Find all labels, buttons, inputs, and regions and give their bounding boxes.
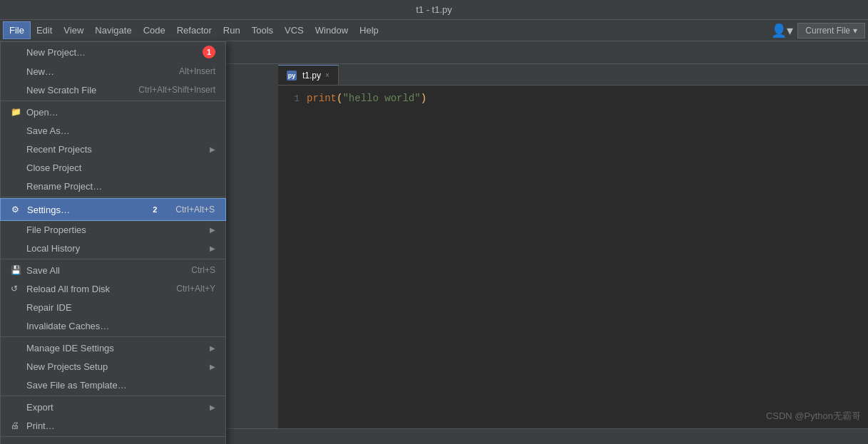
menu-new-project[interactable]: New Project… 1 — [1, 42, 225, 62]
title-bar: t1 - t1.py — [0, 0, 868, 20]
rename-label: Rename Project… — [26, 181, 215, 192]
local-history-arrow: ▶ — [210, 244, 215, 252]
menu-close-project[interactable]: Close Project — [1, 158, 225, 177]
settings-icon: ⚙ — [11, 205, 24, 215]
tab-t1py[interactable]: py t1.py × — [278, 65, 339, 85]
menu-label-refactor: Refactor — [177, 25, 212, 36]
new-projects-setup-label: New Projects Setup — [26, 361, 205, 372]
close-project-label: Close Project — [26, 162, 215, 173]
py-file-icon: py — [287, 71, 297, 81]
code-content-1: print("hello world") — [307, 93, 427, 104]
menu-local-history[interactable]: Local History ▶ — [1, 239, 225, 257]
new-label: New… — [26, 66, 165, 77]
new-shortcut: Alt+Insert — [179, 66, 215, 76]
menu-open[interactable]: 📁 Open… — [1, 103, 225, 121]
recent-label: Recent Projects — [26, 144, 205, 155]
menu-label-navigate: Navigate — [95, 25, 131, 36]
file-props-arrow: ▶ — [210, 226, 215, 234]
current-file-chevron: ▾ — [853, 26, 857, 36]
menu-item-tools[interactable]: Tools — [246, 22, 279, 38]
close-paren: ) — [421, 93, 427, 104]
menu-item-view[interactable]: View — [58, 22, 89, 38]
tab-bar: py t1.py × — [278, 64, 868, 86]
menu-item-window[interactable]: Window — [310, 22, 354, 38]
menu-save-all[interactable]: 💾 Save All Ctrl+S — [1, 261, 225, 279]
menu-new-scratch-file[interactable]: New Scratch File Ctrl+Alt+Shift+Insert — [1, 81, 225, 99]
menu-invalidate-caches[interactable]: Invalidate Caches… — [1, 316, 225, 335]
separator-4 — [1, 336, 225, 337]
repair-label: Repair IDE — [26, 302, 215, 313]
invalidate-label: Invalidate Caches… — [26, 321, 215, 331]
badge-1: 1 — [203, 46, 215, 58]
menu-settings[interactable]: ⚙ Settings… 2 Ctrl+Alt+S — [1, 199, 225, 220]
menu-item-refactor[interactable]: Refactor — [171, 22, 218, 38]
reload-shortcut: Ctrl+Alt+Y — [176, 284, 215, 294]
menu-label-file: File — [9, 25, 24, 36]
open-icon: 📁 — [11, 107, 24, 117]
menu-reload-all[interactable]: ↺ Reload All from Disk Ctrl+Alt+Y — [1, 279, 225, 298]
separator-3 — [1, 259, 225, 259]
menu-save-file-as-template[interactable]: Save File as Template… — [1, 376, 225, 394]
tab-filename: t1.py — [302, 71, 321, 81]
menu-item-file[interactable]: File — [3, 21, 31, 39]
menu-bar-right: 👤▾ Current File ▾ — [771, 23, 865, 38]
menu-label-edit: Edit — [36, 25, 52, 36]
reload-icon: ↺ — [11, 284, 24, 294]
current-file-label: Current File — [805, 26, 850, 36]
menu-label-view: View — [63, 25, 83, 36]
menu-new[interactable]: New… Alt+Insert — [1, 62, 225, 81]
open-label: Open… — [26, 107, 215, 118]
menu-item-edit[interactable]: Edit — [31, 22, 58, 38]
menu-label-help: Help — [359, 25, 379, 36]
settings-label: Settings… — [27, 205, 144, 215]
menu-label-run: Run — [223, 25, 240, 36]
save-as-label: Save As… — [26, 125, 215, 136]
menu-print[interactable]: 🖨 Print… — [1, 416, 225, 435]
manage-ide-label: Manage IDE Settings — [26, 343, 205, 353]
code-line-1: 1 print("hello world") — [278, 93, 868, 104]
menu-file-properties[interactable]: File Properties ▶ — [1, 220, 225, 239]
new-project-label: New Project… — [26, 47, 198, 58]
avatar-button[interactable]: 👤▾ — [771, 23, 793, 38]
menu-repair-ide[interactable]: Repair IDE — [1, 298, 225, 316]
menu-rename-project[interactable]: Rename Project… — [1, 177, 225, 195]
export-label: Export — [26, 402, 205, 413]
print-icon: 🖨 — [11, 420, 24, 430]
string-hello-world: "hello world" — [342, 93, 420, 104]
menu-item-vcs[interactable]: VCS — [279, 22, 310, 38]
new-projects-setup-arrow: ▶ — [210, 363, 215, 371]
menu-manage-ide-settings[interactable]: Manage IDE Settings ▶ — [1, 339, 225, 357]
menu-export[interactable]: Export ▶ — [1, 398, 225, 416]
editor-area[interactable]: 1 print("hello world") — [278, 86, 868, 444]
settings-shortcut: Ctrl+Alt+S — [175, 205, 215, 215]
menu-label-code: Code — [143, 25, 165, 36]
new-scratch-label: New Scratch File — [26, 85, 124, 95]
window-title: t1 - t1.py — [416, 4, 452, 15]
menu-item-help[interactable]: Help — [354, 22, 384, 38]
reload-label: Reload All from Disk — [26, 284, 162, 294]
recent-arrow: ▶ — [210, 145, 215, 153]
current-file-button[interactable]: Current File ▾ — [797, 23, 865, 38]
keyword-print: print — [307, 93, 337, 104]
badge-2: 2 — [148, 203, 161, 216]
menu-new-projects-setup[interactable]: New Projects Setup ▶ — [1, 357, 225, 376]
menu-power-save-mode[interactable]: Power Save Mode — [1, 438, 225, 444]
local-history-label: Local History — [26, 243, 205, 254]
menu-item-code[interactable]: Code — [138, 22, 171, 38]
watermark: CSDN @Python无霸哥 — [766, 410, 861, 423]
save-all-label: Save All — [26, 265, 177, 276]
menu-bar: File Edit View Navigate Code Refactor Ru… — [0, 20, 868, 41]
new-scratch-shortcut: Ctrl+Alt+Shift+Insert — [138, 85, 215, 95]
menu-label-window: Window — [315, 25, 348, 36]
separator-1 — [1, 100, 225, 101]
menu-item-run[interactable]: Run — [218, 22, 246, 38]
separator-2 — [1, 197, 225, 197]
menu-save-as[interactable]: Save As… — [1, 121, 225, 140]
save-all-icon: 💾 — [11, 265, 24, 275]
tab-close-button[interactable]: × — [325, 71, 330, 79]
menu-item-navigate[interactable]: Navigate — [89, 22, 137, 38]
separator-6 — [1, 436, 225, 437]
save-template-label: Save File as Template… — [26, 380, 215, 391]
save-all-shortcut: Ctrl+S — [191, 265, 215, 275]
menu-recent-projects[interactable]: Recent Projects ▶ — [1, 140, 225, 158]
